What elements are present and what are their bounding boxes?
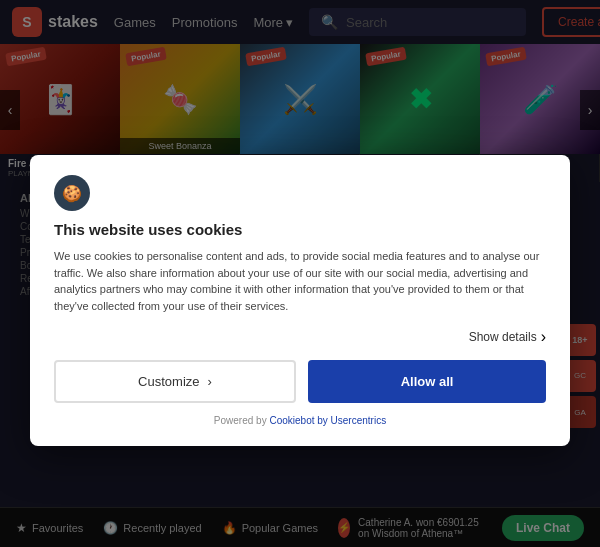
cookiebot-logo: 🍪: [54, 175, 90, 211]
show-details-label: Show details: [469, 330, 537, 344]
cookie-buttons: Customize › Allow all: [54, 360, 546, 403]
customize-arrow: ›: [208, 374, 212, 389]
allow-all-button[interactable]: Allow all: [308, 360, 546, 403]
cookie-modal: 🍪 This website uses cookies We use cooki…: [30, 155, 570, 446]
cookie-title: This website uses cookies: [54, 221, 546, 238]
cookiebot-attribution: Powered by Cookiebot by Usercentrics: [54, 415, 546, 426]
cookiebot-link[interactable]: Cookiebot by Usercentrics: [269, 415, 386, 426]
customize-label: Customize: [138, 374, 199, 389]
cookie-body: We use cookies to personalise content an…: [54, 248, 546, 314]
customize-button[interactable]: Customize ›: [54, 360, 296, 403]
show-details-arrow: ›: [541, 328, 546, 346]
show-details-button[interactable]: Show details ›: [54, 328, 546, 346]
powered-by-text: Powered by: [214, 415, 267, 426]
